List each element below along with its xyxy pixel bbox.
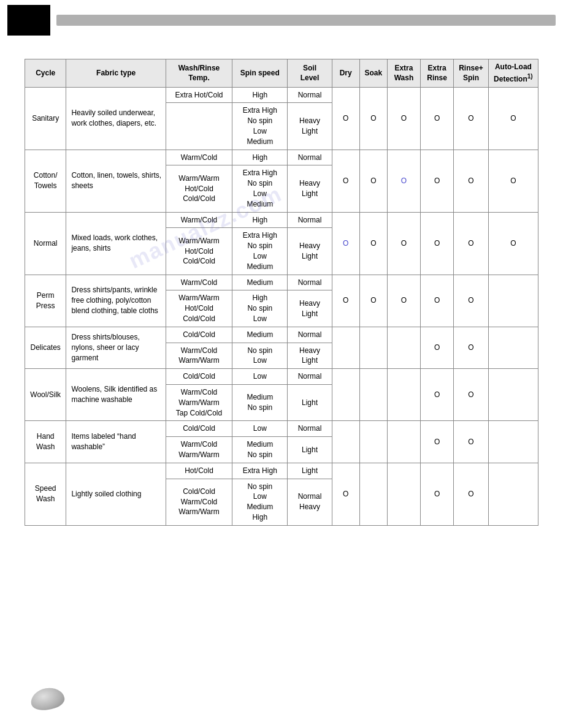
extrawash-wool [387,369,420,421]
header-cycle: Cycle [25,59,66,88]
extrarinse-wool: O [421,369,454,421]
extrarinse-handwash: O [421,421,454,463]
spin-handwash-1: Low [232,421,288,437]
spin-normal-1: High [232,212,288,228]
rinseplus-wool: O [454,369,489,421]
soil-cotton-1: Normal [288,150,332,165]
soil-perm-1: Normal [288,275,332,290]
rinseplus-perm: O [454,275,489,327]
wash-wool-1: Cold/Cold [166,369,232,385]
cycle-sanitary: Sanitary [25,87,66,150]
soil-delicates-1: Normal [288,327,332,343]
wash-normal-2: Warm/WarmHot/ColdCold/Cold [166,228,232,275]
extrawash-sanitary: O [387,87,420,150]
fabric-normal: Mixed loads, work clothes, jeans, shirts [66,212,166,275]
extrawash-cotton-highlight: O [401,176,407,185]
wash-delicates-2: Warm/ColdWarm/Warm [166,343,232,369]
soil-speedwash-1: Light [288,463,332,479]
fabric-cotton: Cotton, linen, towels, shirts, sheets [66,150,166,212]
wash-handwash-1: Cold/Cold [166,421,232,437]
soak-perm: O [359,275,387,327]
wash-speedwash-2: Cold/ColdWarm/ColdWarm/Warm [166,479,232,525]
soil-delicates-2: HeavyLight [288,343,332,369]
cycle-speed-wash: SpeedWash [25,463,66,525]
rinseplus-handwash: O [454,421,489,463]
extrarinse-normal: O [421,212,454,275]
extrawash-normal: O [387,212,420,275]
wash-normal-1: Warm/Cold [166,212,232,228]
soil-cotton-2: HeavyLight [288,165,332,212]
soil-wool-2: Light [288,384,332,420]
dry-handwash [332,421,359,463]
extrawash-delicates [387,327,420,368]
rinseplus-cotton: O [454,150,489,212]
table-row: Cotton/Towels Cotton, linen, towels, shi… [25,150,538,165]
spin-perm-1: Medium [232,275,288,290]
autoload-handwash [488,421,538,463]
cycle-wool-silk: Wool/Silk [25,369,66,421]
soak-delicates [359,327,387,368]
spin-wool-1: Low [232,369,288,385]
autoload-normal: O [488,212,538,275]
soil-speedwash-2: NormalHeavy [288,479,332,525]
cycle-normal: Normal [25,212,66,275]
autoload-wool [488,369,538,421]
extrarinse-sanitary: O [421,87,454,150]
header-soak: Soak [359,59,387,88]
wash-speedwash-1: Hot/Cold [166,463,232,479]
soil-normal-2: HeavyLight [288,228,332,275]
wash-cotton-1: Warm/Cold [166,150,232,165]
spin-wool-2: MediumNo spin [232,384,288,420]
cycle-delicates: Delicates [25,327,66,368]
header-spin: Spin speed [232,59,288,88]
extrawash-perm: O [387,275,420,327]
header-extra-rinse: ExtraRinse [421,59,454,88]
wash-delicates-1: Cold/Cold [166,327,232,343]
rinseplus-sanitary: O [454,87,489,150]
fabric-speed-wash: Lightly soiled clothing [66,463,166,525]
soil-handwash-1: Normal [288,421,332,437]
wash-cotton-2: Warm/WarmHot/ColdCold/Cold [166,165,232,212]
pebble-logo [29,685,66,712]
spin-delicates-1: Medium [232,327,288,343]
header-fabric: Fabric type [66,59,166,88]
soil-sanitary-1: Normal [288,87,332,103]
spin-sanitary-2: Extra HighNo spinLowMedium [232,103,288,150]
dry-normal: O [332,212,359,275]
table-row: SpeedWash Lightly soiled clothing Hot/Co… [25,463,538,479]
fabric-hand-wash: Items labeled “hand washable” [66,421,166,463]
header-dry: Dry [332,59,359,88]
extrawash-handwash [387,421,420,463]
spin-normal-2: Extra HighNo spinLowMedium [232,228,288,275]
soil-sanitary-2: HeavyLight [288,103,332,150]
table-row: Delicates Dress shirts/blouses, nylons, … [25,327,538,343]
table-wrapper: Cycle Fabric type Wash/RinseTemp. Spin s… [0,47,563,538]
autoload-delicates [488,327,538,368]
rinseplus-delicates: O [454,327,489,368]
soil-perm-2: HeavyLight [288,290,332,327]
header-soil: SoilLevel [288,59,332,88]
spin-handwash-2: MediumNo spin [232,437,288,463]
spin-delicates-2: No spinLow [232,343,288,369]
header-wash: Wash/RinseTemp. [166,59,232,88]
dry-normal-highlight: O [343,239,348,248]
extrawash-speedwash [387,463,420,525]
spin-speedwash-2: No spinLowMediumHigh [232,479,288,525]
dry-perm: O [332,275,359,327]
wash-perm-1: Warm/Cold [166,275,232,290]
table-row: PermPress Dress shirts/pants, wrinkle fr… [25,275,538,290]
fabric-delicates: Dress shirts/blouses, nylons, sheer or l… [66,327,166,368]
soil-wool-1: Normal [288,369,332,385]
header-rinse-plus: Rinse+Spin [454,59,489,88]
header-extra-wash: ExtraWash [387,59,420,88]
table-header-row: Cycle Fabric type Wash/RinseTemp. Spin s… [25,59,538,88]
fabric-wool-silk: Woolens, Silk identified as machine wash… [66,369,166,421]
dry-delicates [332,327,359,368]
extrarinse-speedwash: O [421,463,454,525]
soak-sanitary: O [359,87,387,150]
autoload-cotton: O [488,150,538,212]
spin-cotton-1: High [232,150,288,165]
spin-speedwash-1: Extra High [232,463,288,479]
header-gray-bar [56,15,556,26]
table-row: Wool/Silk Woolens, Silk identified as ma… [25,369,538,385]
